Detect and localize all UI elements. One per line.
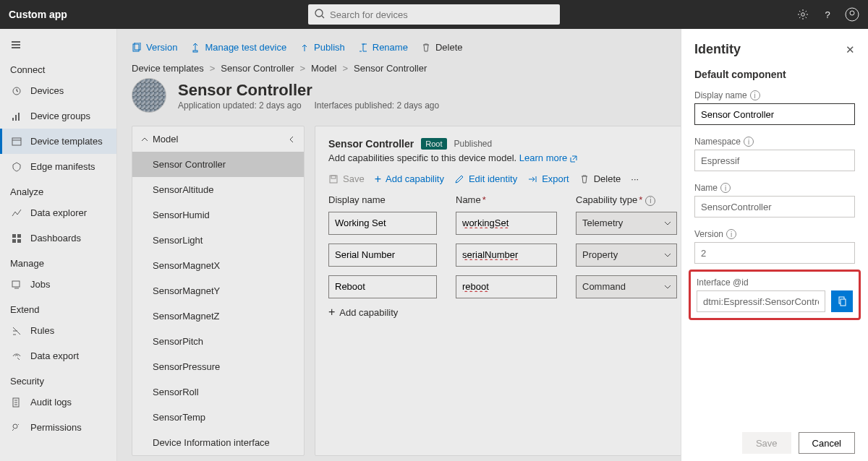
svg-rect-6 (12, 118, 14, 121)
topbar: Custom app ? (0, 0, 868, 29)
svg-rect-11 (17, 234, 21, 238)
chevron-left-icon (288, 136, 295, 143)
info-icon[interactable]: i (645, 196, 655, 206)
version-button[interactable]: Version (132, 42, 177, 53)
sidebar-item-devices[interactable]: Devices (0, 78, 116, 103)
breadcrumb-item[interactable]: Model (311, 63, 336, 74)
version-label: Versioni (694, 229, 855, 239)
search-wrap (308, 4, 560, 25)
col-capability-type: Capability type*i (576, 194, 677, 206)
drawer-subtitle: Default component (694, 69, 855, 80)
sidebar-item-rules[interactable]: Rules (0, 318, 116, 343)
displayname-label: Display namei (694, 90, 855, 100)
top-icons: ? (796, 7, 859, 22)
tree-item[interactable]: SensorAltitude (132, 177, 304, 202)
sidebar-icon (10, 85, 23, 98)
export-button[interactable]: Export (527, 173, 569, 184)
svg-point-2 (801, 13, 805, 17)
tree-item[interactable]: Device Information interface (132, 430, 304, 455)
sidebar-item-permissions[interactable]: Permissions (0, 415, 116, 440)
model-tree-header[interactable]: Model (132, 126, 304, 152)
delete-button[interactable]: Delete (421, 42, 463, 53)
rename-button[interactable]: Rename (358, 42, 408, 53)
interface-id-highlight: Interface @id (689, 270, 861, 320)
panel-title: Sensor Controller (328, 138, 414, 150)
sidebar-item-device-templates[interactable]: Device templates (0, 129, 116, 154)
tree-item[interactable]: SensorPitch (132, 329, 304, 354)
sidebar-item-audit-logs[interactable]: Audit logs (0, 389, 116, 415)
delete-capability-button[interactable]: Delete (579, 173, 621, 184)
capability-type-select[interactable]: Property (576, 244, 677, 267)
interface-id-input[interactable] (697, 290, 825, 312)
tree-item[interactable]: SensorRoll (132, 379, 304, 405)
sidebar-item-data-explorer[interactable]: Data explorer (0, 200, 116, 225)
sidebar-section: Analyze (0, 179, 116, 200)
sidebar-item-dashboards[interactable]: Dashboards (0, 225, 116, 251)
svg-rect-8 (18, 113, 20, 121)
breadcrumb-item[interactable]: Sensor Controller (221, 63, 294, 74)
identity-drawer: Identity ✕ Default component Display nam… (681, 29, 868, 461)
displayname-cell[interactable] (328, 275, 437, 298)
tree-item[interactable]: Sensor Controller (132, 152, 304, 177)
publish-button[interactable]: Publish (299, 42, 345, 53)
sidebar-icon (10, 207, 23, 220)
sidebar-icon (10, 232, 23, 245)
tree-item[interactable]: SensorLight (132, 228, 304, 253)
sidebar-item-edge-manifests[interactable]: Edge manifests (0, 154, 116, 179)
sidebar-icon (10, 278, 23, 291)
copy-icon[interactable] (831, 290, 853, 312)
namespace-label: Namespacei (694, 137, 855, 147)
interfaces-published: Interfaces published: 2 days ago (314, 100, 439, 111)
info-icon[interactable]: i (726, 229, 736, 239)
svg-line-1 (322, 16, 324, 18)
namespace-input (694, 150, 855, 171)
sidebar-toggle[interactable] (0, 35, 116, 57)
drawer-title: Identity (694, 42, 741, 57)
name-cell[interactable] (456, 212, 557, 235)
search-input[interactable] (308, 4, 560, 25)
more-button[interactable]: ··· (631, 173, 639, 184)
tree-list: Sensor ControllerSensorAltitudeSensorHum… (132, 152, 304, 455)
sidebar-icon (10, 160, 23, 173)
tree-item[interactable]: SensorHumid (132, 202, 304, 228)
sidebar-section: Manage (0, 251, 116, 272)
tree-item[interactable]: SensorMagnetZ (132, 303, 304, 329)
tree-item[interactable]: SensorPressure (132, 354, 304, 379)
sidebar-item-data-export[interactable]: Data export (0, 343, 116, 369)
capability-type-select[interactable]: Telemetry (576, 212, 677, 235)
svg-rect-7 (15, 115, 17, 121)
account-icon[interactable] (845, 7, 859, 22)
learn-more-link[interactable]: Learn more (519, 152, 567, 163)
displayname-cell[interactable] (328, 212, 437, 235)
info-icon[interactable]: i (750, 90, 760, 100)
drawer-save-button: Save (742, 432, 791, 454)
chevron-down-icon (664, 218, 671, 229)
info-icon[interactable]: i (720, 183, 731, 193)
capability-type-select[interactable]: Command (576, 275, 677, 298)
drawer-cancel-button[interactable]: Cancel (799, 432, 855, 454)
tree-item[interactable]: SensorMagnetY (132, 278, 304, 303)
col-name: Name* (456, 194, 557, 206)
add-capability-button[interactable]: +Add capability (375, 173, 444, 184)
displayname-input[interactable] (694, 103, 855, 125)
search-icon (314, 8, 326, 22)
app-updated: Application updated: 2 days ago (178, 100, 302, 111)
gear-icon[interactable] (796, 7, 810, 22)
tree-item[interactable]: SensorTemp (132, 405, 304, 430)
help-icon[interactable]: ? (820, 7, 835, 22)
sidebar-item-device-groups[interactable]: Device groups (0, 103, 116, 129)
sidebar-section: Connect (0, 57, 116, 78)
sidebar-item-jobs[interactable]: Jobs (0, 272, 116, 297)
tree-item[interactable]: SensorMagnetX (132, 253, 304, 278)
name-cell[interactable] (456, 244, 557, 267)
displayname-cell[interactable] (328, 244, 437, 267)
interface-id-label: Interface @id (697, 277, 853, 288)
breadcrumb-item[interactable]: Device templates (132, 63, 204, 74)
name-cell[interactable] (456, 275, 557, 298)
close-icon[interactable]: ✕ (846, 43, 855, 56)
name-label: Namei (694, 183, 855, 193)
edit-identity-button[interactable]: Edit identity (454, 173, 517, 184)
manage-test-device-button[interactable]: Manage test device (190, 42, 286, 53)
info-icon[interactable]: i (744, 137, 754, 147)
svg-rect-9 (12, 138, 21, 145)
